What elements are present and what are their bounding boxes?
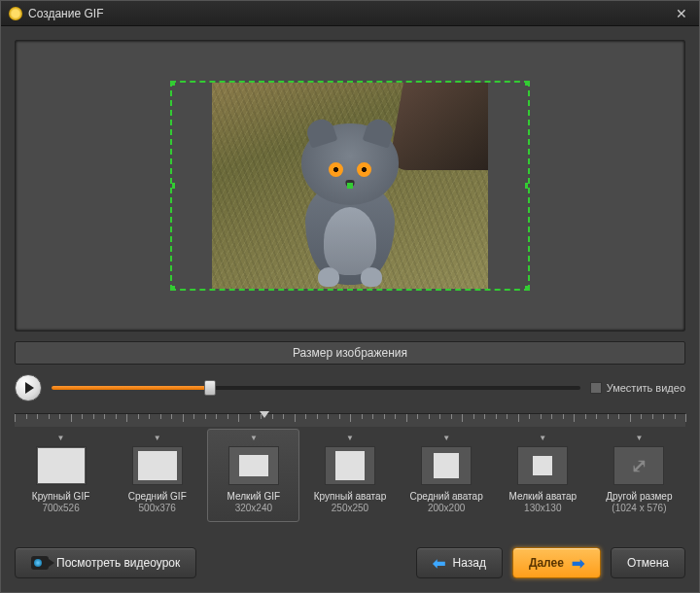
preview-panel [15, 40, 685, 331]
preset-thumb [517, 446, 568, 485]
preset-size: 320x240 [210, 503, 297, 513]
preset-6[interactable]: ▼⤢Другой размер(1024 x 576) [593, 429, 685, 522]
app-icon [9, 7, 22, 20]
arrow-right-icon: ➡ [572, 554, 584, 573]
tutorial-button[interactable]: Посмотреть видеоурок [15, 547, 196, 578]
preset-5[interactable]: ▼Мелкий аватар130x130 [497, 429, 589, 522]
fit-video-label: Уместить видео [607, 382, 685, 394]
titlebar: Создание GIF ✕ [1, 1, 699, 26]
preset-size: 500x376 [114, 503, 200, 513]
chevron-down-icon: ▼ [114, 434, 200, 442]
preset-size: (1024 x 576) [596, 503, 682, 513]
preset-thumb [228, 446, 279, 485]
crop-frame[interactable] [170, 81, 530, 291]
play-button[interactable] [15, 374, 42, 401]
tutorial-label: Посмотреть видеоурок [56, 556, 180, 570]
preset-name: Крупный аватар [306, 491, 393, 503]
footer: Посмотреть видеоурок ⬅ Назад Далее ➡ Отм… [15, 547, 685, 578]
next-button[interactable]: Далее ➡ [512, 547, 601, 578]
back-label: Назад [453, 556, 486, 570]
preset-size: 700x526 [18, 503, 104, 513]
preset-4[interactable]: ▼Средний аватар200x200 [401, 429, 493, 522]
back-button[interactable]: ⬅ Назад [416, 547, 503, 578]
preset-thumb [132, 446, 183, 485]
close-icon[interactable]: ✕ [672, 6, 691, 21]
preset-2[interactable]: ▼Мелкий GIF320x240 [207, 429, 299, 522]
preset-name: Мелкий GIF [210, 491, 297, 503]
preset-name: Средний GIF [114, 491, 200, 503]
camera-icon [31, 556, 49, 570]
content-area: Размер изображения Уместить видео ▼Крупн… [1, 26, 699, 536]
preset-size: 200x200 [403, 503, 490, 513]
preset-name: Средний аватар [403, 491, 490, 503]
preset-name: Крупный GIF [18, 491, 104, 503]
expand-icon: ⤢ [631, 454, 648, 477]
fit-video-option[interactable]: Уместить видео [590, 382, 685, 394]
size-slider[interactable] [52, 386, 580, 390]
preset-thumb: ⤢ [613, 446, 664, 485]
preset-size: 250x250 [306, 503, 393, 513]
preset-thumb [36, 446, 87, 485]
preset-size: 130x130 [500, 503, 586, 513]
playback-row: Уместить видео [15, 374, 685, 401]
preset-ruler [15, 413, 685, 427]
preview-image [212, 83, 488, 289]
section-title: Размер изображения [15, 341, 685, 365]
preset-1[interactable]: ▼Средний GIF500x376 [111, 429, 203, 522]
arrow-left-icon: ⬅ [433, 554, 445, 573]
chevron-down-icon: ▼ [210, 434, 297, 442]
chevron-down-icon: ▼ [403, 434, 490, 442]
chevron-down-icon: ▼ [500, 434, 586, 442]
preset-3[interactable]: ▼Крупный аватар250x250 [303, 429, 396, 522]
fit-video-checkbox[interactable] [590, 382, 602, 394]
cancel-label: Отмена [627, 556, 669, 570]
window-title: Создание GIF [28, 7, 672, 20]
gif-creation-window: Создание GIF ✕ [0, 0, 700, 593]
preset-name: Мелкий аватар [500, 491, 586, 503]
next-label: Далее [529, 556, 564, 570]
chevron-down-icon: ▼ [306, 434, 393, 442]
presets-row: ▼Крупный GIF700x526▼Средний GIF500x376▼М… [15, 429, 685, 522]
chevron-down-icon: ▼ [596, 434, 682, 442]
slider-thumb[interactable] [204, 380, 216, 396]
preset-name: Другой размер [596, 491, 682, 503]
preset-0[interactable]: ▼Крупный GIF700x526 [15, 429, 107, 522]
cancel-button[interactable]: Отмена [611, 547, 685, 578]
chevron-down-icon: ▼ [18, 434, 104, 442]
preset-thumb [421, 446, 472, 485]
preset-thumb [325, 446, 375, 485]
